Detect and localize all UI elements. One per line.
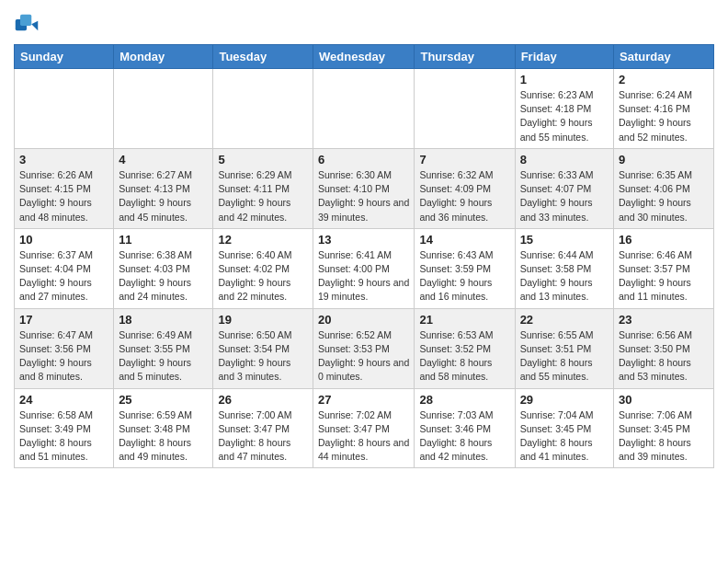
day-info: Sunrise: 7:06 AMSunset: 3:45 PMDaylight:… <box>619 408 709 465</box>
header <box>14 9 714 39</box>
page: SundayMondayTuesdayWednesdayThursdayFrid… <box>0 0 728 482</box>
calendar-cell: 30Sunrise: 7:06 AMSunset: 3:45 PMDayligh… <box>614 388 714 468</box>
day-number: 18 <box>119 313 208 327</box>
logo-icon <box>14 13 40 39</box>
day-number: 30 <box>619 393 709 407</box>
calendar-cell: 15Sunrise: 6:44 AMSunset: 3:58 PMDayligh… <box>515 228 613 308</box>
day-info: Sunrise: 6:56 AMSunset: 3:50 PMDaylight:… <box>619 328 709 385</box>
day-number: 2 <box>619 73 709 86</box>
calendar-cell: 25Sunrise: 6:59 AMSunset: 3:48 PMDayligh… <box>114 388 213 468</box>
calendar-cell: 28Sunrise: 7:03 AMSunset: 3:46 PMDayligh… <box>415 388 515 468</box>
calendar-table: SundayMondayTuesdayWednesdayThursdayFrid… <box>14 44 714 468</box>
day-number: 4 <box>119 153 208 167</box>
day-info: Sunrise: 6:59 AMSunset: 3:48 PMDaylight:… <box>119 408 208 465</box>
calendar-cell: 5Sunrise: 6:29 AMSunset: 4:11 PMDaylight… <box>213 148 313 228</box>
day-number: 27 <box>318 393 409 407</box>
weekday-header-thursday: Thursday <box>415 45 515 69</box>
day-info: Sunrise: 6:49 AMSunset: 3:55 PMDaylight:… <box>119 328 208 385</box>
calendar-cell: 9Sunrise: 6:35 AMSunset: 4:06 PMDaylight… <box>614 148 714 228</box>
calendar-cell: 19Sunrise: 6:50 AMSunset: 3:54 PMDayligh… <box>213 308 313 388</box>
day-info: Sunrise: 7:02 AMSunset: 3:47 PMDaylight:… <box>318 408 409 465</box>
calendar-cell: 29Sunrise: 7:04 AMSunset: 3:45 PMDayligh… <box>515 388 613 468</box>
calendar-week-5: 24Sunrise: 6:58 AMSunset: 3:49 PMDayligh… <box>15 388 714 468</box>
day-number: 1 <box>520 73 609 86</box>
calendar-header-row: SundayMondayTuesdayWednesdayThursdayFrid… <box>15 45 714 69</box>
day-info: Sunrise: 6:58 AMSunset: 3:49 PMDaylight:… <box>19 408 108 465</box>
calendar-cell <box>313 69 415 149</box>
day-number: 12 <box>218 233 308 247</box>
calendar-cell: 27Sunrise: 7:02 AMSunset: 3:47 PMDayligh… <box>313 388 415 468</box>
day-info: Sunrise: 6:32 AMSunset: 4:09 PMDaylight:… <box>419 168 509 224</box>
calendar-cell: 17Sunrise: 6:47 AMSunset: 3:56 PMDayligh… <box>15 308 114 388</box>
calendar-cell: 22Sunrise: 6:55 AMSunset: 3:51 PMDayligh… <box>515 308 613 388</box>
day-number: 24 <box>19 393 108 407</box>
calendar-cell: 1Sunrise: 6:23 AMSunset: 4:18 PMDaylight… <box>515 69 613 149</box>
day-number: 8 <box>520 153 609 167</box>
day-info: Sunrise: 6:37 AMSunset: 4:04 PMDaylight:… <box>19 248 108 304</box>
day-info: Sunrise: 6:52 AMSunset: 3:53 PMDaylight:… <box>318 328 409 385</box>
calendar-cell: 4Sunrise: 6:27 AMSunset: 4:13 PMDaylight… <box>114 148 213 228</box>
calendar-week-3: 10Sunrise: 6:37 AMSunset: 4:04 PMDayligh… <box>15 228 714 308</box>
calendar-cell: 8Sunrise: 6:33 AMSunset: 4:07 PMDaylight… <box>515 148 613 228</box>
day-info: Sunrise: 6:43 AMSunset: 3:59 PMDaylight:… <box>419 248 509 304</box>
day-number: 22 <box>520 313 609 327</box>
day-number: 6 <box>318 153 409 167</box>
day-info: Sunrise: 7:00 AMSunset: 3:47 PMDaylight:… <box>218 408 308 465</box>
calendar-week-1: 1Sunrise: 6:23 AMSunset: 4:18 PMDaylight… <box>15 69 714 149</box>
day-number: 7 <box>419 153 509 167</box>
svg-rect-1 <box>20 15 31 26</box>
day-number: 5 <box>218 153 308 167</box>
calendar-cell: 24Sunrise: 6:58 AMSunset: 3:49 PMDayligh… <box>15 388 114 468</box>
weekday-header-monday: Monday <box>114 45 213 69</box>
calendar-cell: 12Sunrise: 6:40 AMSunset: 4:02 PMDayligh… <box>213 228 313 308</box>
calendar-cell: 11Sunrise: 6:38 AMSunset: 4:03 PMDayligh… <box>114 228 213 308</box>
day-number: 3 <box>19 153 108 167</box>
day-info: Sunrise: 6:30 AMSunset: 4:10 PMDaylight:… <box>318 168 409 224</box>
calendar-cell: 21Sunrise: 6:53 AMSunset: 3:52 PMDayligh… <box>415 308 515 388</box>
day-number: 13 <box>318 233 409 247</box>
calendar-cell: 18Sunrise: 6:49 AMSunset: 3:55 PMDayligh… <box>114 308 213 388</box>
calendar-cell: 3Sunrise: 6:26 AMSunset: 4:15 PMDaylight… <box>15 148 114 228</box>
weekday-header-tuesday: Tuesday <box>213 45 313 69</box>
day-info: Sunrise: 6:26 AMSunset: 4:15 PMDaylight:… <box>19 168 108 224</box>
day-info: Sunrise: 6:23 AMSunset: 4:18 PMDaylight:… <box>520 88 609 144</box>
day-info: Sunrise: 6:55 AMSunset: 3:51 PMDaylight:… <box>520 328 609 385</box>
calendar-cell: 6Sunrise: 6:30 AMSunset: 4:10 PMDaylight… <box>313 148 415 228</box>
day-number: 11 <box>119 233 208 247</box>
calendar-cell <box>15 69 114 149</box>
calendar-week-2: 3Sunrise: 6:26 AMSunset: 4:15 PMDaylight… <box>15 148 714 228</box>
day-number: 10 <box>19 233 108 247</box>
day-info: Sunrise: 6:33 AMSunset: 4:07 PMDaylight:… <box>520 168 609 224</box>
calendar-cell <box>415 69 515 149</box>
day-number: 21 <box>419 313 509 327</box>
day-info: Sunrise: 6:44 AMSunset: 3:58 PMDaylight:… <box>520 248 609 304</box>
day-info: Sunrise: 6:46 AMSunset: 3:57 PMDaylight:… <box>619 248 709 304</box>
day-info: Sunrise: 6:53 AMSunset: 3:52 PMDaylight:… <box>419 328 509 385</box>
day-number: 16 <box>619 233 709 247</box>
calendar-cell: 7Sunrise: 6:32 AMSunset: 4:09 PMDaylight… <box>415 148 515 228</box>
weekday-header-sunday: Sunday <box>15 45 114 69</box>
day-info: Sunrise: 6:41 AMSunset: 4:00 PMDaylight:… <box>318 248 409 304</box>
day-info: Sunrise: 6:50 AMSunset: 3:54 PMDaylight:… <box>218 328 308 385</box>
calendar-cell <box>213 69 313 149</box>
day-info: Sunrise: 6:27 AMSunset: 4:13 PMDaylight:… <box>119 168 208 224</box>
day-number: 28 <box>419 393 509 407</box>
weekday-header-friday: Friday <box>515 45 613 69</box>
day-number: 29 <box>520 393 609 407</box>
logo <box>14 13 41 39</box>
calendar-cell: 13Sunrise: 6:41 AMSunset: 4:00 PMDayligh… <box>313 228 415 308</box>
weekday-header-saturday: Saturday <box>614 45 714 69</box>
calendar-cell: 14Sunrise: 6:43 AMSunset: 3:59 PMDayligh… <box>415 228 515 308</box>
day-info: Sunrise: 6:35 AMSunset: 4:06 PMDaylight:… <box>619 168 709 224</box>
day-number: 9 <box>619 153 709 167</box>
day-info: Sunrise: 6:29 AMSunset: 4:11 PMDaylight:… <box>218 168 308 224</box>
calendar-cell <box>114 69 213 149</box>
day-number: 19 <box>218 313 308 327</box>
day-info: Sunrise: 6:47 AMSunset: 3:56 PMDaylight:… <box>19 328 108 385</box>
day-number: 20 <box>318 313 409 327</box>
calendar-cell: 23Sunrise: 6:56 AMSunset: 3:50 PMDayligh… <box>614 308 714 388</box>
calendar-cell: 20Sunrise: 6:52 AMSunset: 3:53 PMDayligh… <box>313 308 415 388</box>
calendar-cell: 16Sunrise: 6:46 AMSunset: 3:57 PMDayligh… <box>614 228 714 308</box>
calendar-cell: 26Sunrise: 7:00 AMSunset: 3:47 PMDayligh… <box>213 388 313 468</box>
day-info: Sunrise: 6:24 AMSunset: 4:16 PMDaylight:… <box>619 88 709 144</box>
